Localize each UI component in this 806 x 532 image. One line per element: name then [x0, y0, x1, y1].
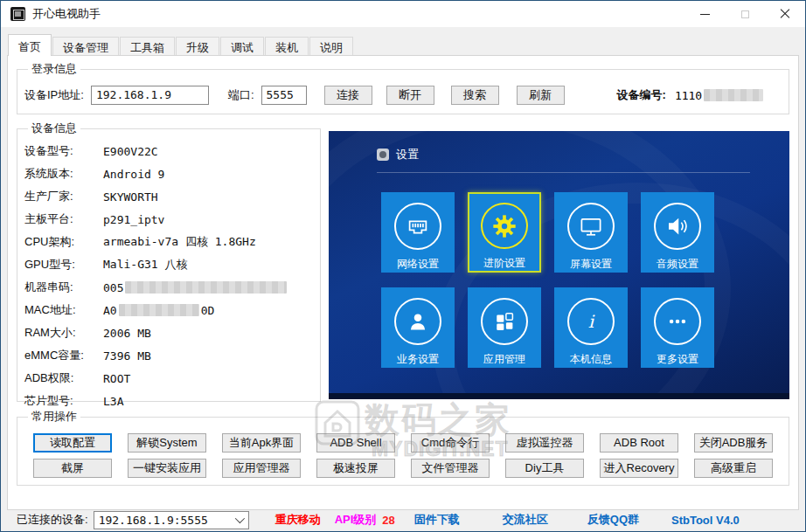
board-platform-row: 主板平台: p291_iptv: [24, 208, 313, 231]
cpu-arch-row: CPU架构: armeabi-v7a 四核 1.8GHz: [24, 231, 313, 253]
tab-home[interactable]: 首页: [8, 34, 52, 56]
tab-upgrade[interactable]: 升级: [176, 37, 219, 56]
monitor-icon: [567, 203, 615, 250]
community-link[interactable]: 交流社区: [503, 512, 548, 528]
tile-audio-settings[interactable]: 音频设置: [641, 192, 714, 273]
field-value: p291_iptv: [103, 213, 164, 226]
cmd-line-button[interactable]: Cmd命令行: [411, 433, 490, 453]
field-label: 系统版本:: [24, 166, 103, 182]
close-adb-button[interactable]: 关闭ADB服务: [694, 433, 773, 453]
field-label: 生产厂家:: [24, 189, 103, 204]
tile-advanced-settings[interactable]: 进阶设置: [468, 192, 541, 273]
tile-label: 屏幕设置: [570, 257, 612, 272]
ethernet-icon: [394, 203, 441, 250]
tile-label: 业务设置: [397, 352, 439, 367]
ram-size-row: RAM大小: 2006 MB: [24, 321, 313, 344]
tab-toolbox[interactable]: 工具箱: [120, 37, 175, 56]
install-app-button[interactable]: 一键安装应用: [128, 459, 206, 478]
disconnect-button[interactable]: 断开: [386, 86, 434, 105]
tile-label: 应用管理: [483, 352, 525, 367]
tv-header-divider: [377, 172, 750, 173]
connected-devices-label: 已连接的设备:: [17, 512, 88, 528]
tab-install[interactable]: 装机: [265, 37, 309, 56]
app-manager-button[interactable]: 应用管理器: [222, 459, 301, 478]
port-label: 端口:: [228, 87, 254, 103]
ip-input[interactable]: 192.168.1.9: [91, 86, 209, 105]
tile-network-settings[interactable]: 网络设置: [381, 192, 455, 273]
tile-more-settings[interactable]: 更多设置: [641, 287, 714, 368]
api-level-label: API级别: [335, 512, 377, 528]
field-value: E900V22C: [103, 145, 158, 158]
field-value: ROOT: [103, 372, 130, 385]
mac-address-row: MAC地址: A0 0D: [24, 299, 313, 321]
field-label: 芯片型号:: [24, 393, 103, 409]
feedback-qq-link[interactable]: 反馈QQ群: [587, 512, 639, 528]
port-input[interactable]: 5555: [261, 86, 307, 105]
settings-gear-icon: [377, 149, 389, 161]
field-value: 7396 MB: [103, 349, 151, 363]
minimize-button[interactable]: [684, 1, 725, 27]
field-value: armeabi-v7a 四核 1.8GHz: [103, 234, 256, 250]
device-number-label: 设备编号:: [617, 87, 666, 103]
tv-settings-title: 设置: [396, 147, 419, 162]
connected-device-select[interactable]: 192.168.1.9:5555: [94, 511, 249, 529]
window-title: 开心电视助手: [32, 6, 101, 22]
tile-device-information[interactable]: i 本机信息: [554, 287, 628, 368]
tile-screen-settings[interactable]: 屏幕设置: [554, 192, 628, 273]
current-apk-button[interactable]: 当前Apk界面: [222, 433, 301, 453]
device-info-group-label: 设备信息: [28, 121, 80, 136]
gpu-model-row: GPU型号: Mali-G31 八核: [24, 253, 313, 276]
speaker-icon: [654, 203, 701, 250]
svg-text:i: i: [588, 311, 595, 332]
app-icon: [10, 7, 25, 21]
field-value: A0: [103, 304, 117, 317]
device-number-value: 1110: [675, 89, 702, 102]
search-button[interactable]: 搜索: [451, 86, 499, 105]
close-button[interactable]: [765, 1, 805, 27]
operations-group: 常用操作 读取配置 解锁System 当前Apk界面 ADB Shell Cmd…: [17, 409, 789, 486]
tile-label: 音频设置: [657, 257, 698, 272]
operations-group-label: 常用操作: [28, 409, 80, 425]
tab-bar: 首页 设备管理 工具箱 升级 调试 装机 说明: [1, 27, 805, 56]
field-label: GPU型号:: [24, 257, 103, 273]
manufacturer-row: 生产厂家: SKYWORTH: [24, 185, 313, 208]
serial-redaction: [125, 281, 287, 294]
tab-device-management[interactable]: 设备管理: [52, 37, 119, 56]
field-value: Android 9: [103, 168, 164, 181]
virtual-remote-button[interactable]: 虚拟遥控器: [505, 433, 584, 453]
tile-label: 本机信息: [570, 352, 612, 367]
tab-debug[interactable]: 调试: [220, 37, 264, 56]
field-label: CPU架构:: [24, 234, 103, 250]
adb-shell-button[interactable]: ADB Shell: [316, 433, 395, 453]
file-manager-button[interactable]: 文件管理器: [411, 459, 490, 478]
tile-label: 网络设置: [397, 257, 439, 272]
maximize-button[interactable]: [725, 1, 765, 27]
connect-button[interactable]: 连接: [324, 86, 372, 105]
carrier-label: 重庆移动: [275, 512, 321, 528]
version-label: StbTool V4.0: [671, 514, 740, 527]
app-window: 开心电视助手 首页 设备管理 工具箱 升级 调试 装机 说明 登录信息 设备IP…: [0, 0, 806, 532]
field-value: Mali-G31 八核: [103, 257, 187, 273]
diy-tools-button[interactable]: Diy工具: [505, 459, 584, 478]
enter-recovery-button[interactable]: 进入Recovery: [600, 459, 678, 478]
adb-root-button[interactable]: ADB Root: [600, 433, 678, 453]
tv-settings-grid: 网络设置: [381, 192, 714, 368]
tab-help[interactable]: 说明: [309, 37, 353, 56]
tile-label: 更多设置: [657, 352, 698, 367]
gear-icon: [481, 203, 528, 249]
firmware-download-link[interactable]: 固件下载: [414, 512, 460, 528]
screen-cast-button[interactable]: 极速投屏: [316, 459, 395, 478]
field-label: eMMC容量:: [24, 348, 103, 363]
advanced-reboot-button[interactable]: 高级重启: [694, 459, 773, 478]
tile-app-management[interactable]: 应用管理: [468, 287, 541, 368]
screenshot-button[interactable]: 截屏: [33, 459, 112, 478]
field-label: 设备型号:: [24, 143, 103, 159]
refresh-button[interactable]: 刷新: [517, 86, 565, 105]
field-label: 机器串码:: [24, 280, 103, 295]
close-icon: [780, 9, 790, 19]
device-model-row: 设备型号: E900V22C: [24, 140, 313, 162]
tv-screenshot-preview[interactable]: 设置 网络设置: [329, 131, 789, 399]
unlock-system-button[interactable]: 解锁System: [128, 433, 206, 453]
tile-business-settings[interactable]: 业务设置: [381, 287, 455, 368]
read-config-button[interactable]: 读取配置: [33, 433, 112, 453]
